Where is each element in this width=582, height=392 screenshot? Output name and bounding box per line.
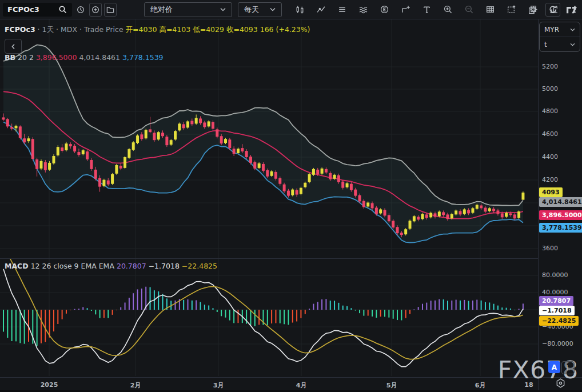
price-mode-select[interactable]: 绝对价 <box>144 2 232 17</box>
layout-layers-button[interactable] <box>334 3 349 17</box>
macd-params: 12 26 close 9 EMA EMA <box>31 262 114 270</box>
bb-basis-value: 3,896.5000 <box>36 53 77 62</box>
screenshot-button[interactable] <box>504 3 519 17</box>
bb-upper-value: 4,014.8461 <box>79 53 120 62</box>
symbol-info-row[interactable]: FCPOc3 · 1天 · MDX · Trade Price 开=4030 高… <box>5 25 310 35</box>
gear-icon <box>529 5 539 14</box>
time-axis-label: 4月 <box>296 381 307 390</box>
history-clock-button[interactable] <box>74 3 87 17</box>
symbol-name: FCPOc3 <box>5 25 35 34</box>
time-axis-label: 2月 <box>130 381 141 390</box>
chevron-down-icon <box>270 7 276 11</box>
macd-line-value: −1.7018 <box>149 262 180 270</box>
bb-lower-value: 3,778.1539 <box>122 53 164 62</box>
ohlc-open: 开=4030 <box>126 25 157 34</box>
interval-select[interactable]: 每天 <box>238 2 282 17</box>
undo-button[interactable] <box>545 3 560 17</box>
zoom-in-button[interactable] <box>440 3 455 17</box>
macd-name: MACD <box>5 262 29 270</box>
ohlc-high: 高=4103 <box>159 25 190 34</box>
screenshot-icon <box>507 5 516 14</box>
tradingview-logo-icon <box>565 5 579 14</box>
zoom-out-button[interactable] <box>461 3 476 17</box>
zoom-in-icon <box>443 5 453 14</box>
settings-button[interactable] <box>526 3 541 17</box>
hexagon-settings-icon <box>555 378 566 389</box>
indicators-icon <box>316 5 326 14</box>
macd-legend-row[interactable]: MACD 12 26 close 9 EMA EMA 20.7807 −1.70… <box>5 262 217 270</box>
currency-select[interactable]: MYR <box>540 22 580 37</box>
folder-icon <box>106 5 115 14</box>
macd-hist-value: 20.7807 <box>117 262 146 270</box>
economy-button[interactable] <box>377 3 392 17</box>
currency-unit-panel: MYR t <box>539 22 580 52</box>
indicators-button[interactable] <box>313 3 328 17</box>
candles-icon <box>295 5 305 14</box>
ohlc-close: 收=4093 <box>226 25 258 34</box>
chevron-down-icon <box>570 43 575 46</box>
search-icon <box>58 5 67 14</box>
zoom-out-icon <box>464 5 474 14</box>
symbol-interval: 1天 <box>42 25 54 34</box>
symbol-search-value: FCPOc3 <box>7 5 39 14</box>
clock-icon <box>76 5 85 14</box>
unit-value: t <box>544 41 547 49</box>
grid-table-icon <box>485 5 495 14</box>
unit-select[interactable]: t <box>540 37 580 51</box>
chevron-down-icon <box>570 28 575 31</box>
symbol-series: Trade Price <box>84 25 123 34</box>
undo-icon <box>548 5 558 14</box>
alert-add-icon <box>401 5 410 14</box>
circled-e-icon <box>380 5 389 14</box>
chart-style-button[interactable] <box>292 3 307 17</box>
top-toolbar: FCPOc3 绝对价 每天 <box>0 0 582 19</box>
compare-add-button[interactable] <box>89 3 102 17</box>
templates-folder-button[interactable] <box>104 3 117 17</box>
chevron-down-icon <box>220 7 226 11</box>
axis-settings-button[interactable] <box>555 378 566 389</box>
auto-scale-button[interactable]: A <box>548 361 560 373</box>
alert-add-button[interactable] <box>398 3 413 17</box>
patterns-button[interactable] <box>356 3 370 17</box>
grid-table-button[interactable] <box>483 3 497 17</box>
time-axis-label: 5月 <box>386 381 397 390</box>
bb-name: BB <box>5 53 15 62</box>
currency-value: MYR <box>544 26 559 34</box>
plus-circle-icon <box>91 5 100 14</box>
chevron-left-icon <box>11 43 15 50</box>
symbol-search[interactable]: FCPOc3 <box>3 3 72 17</box>
time-axis-label: 6月 <box>475 381 486 390</box>
macd-signal-value: −22.4825 <box>182 262 217 270</box>
text-tool-button[interactable] <box>419 3 434 17</box>
tradingview-logo[interactable] <box>565 3 580 17</box>
ohlc-change: 166 (+4.23%) <box>260 25 310 34</box>
waves-icon <box>358 5 368 14</box>
interval-value: 每天 <box>244 5 259 15</box>
tradingview-chart-app: FCPOc3 绝对价 每天 <box>0 0 582 392</box>
text-icon <box>422 5 432 14</box>
symbol-exchange: MDX <box>61 25 77 34</box>
collapse-legend-button[interactable] <box>5 39 22 54</box>
layers-icon <box>337 5 347 14</box>
time-axis-label: 2025 <box>41 381 58 389</box>
log-scale-button[interactable]: L <box>561 361 575 374</box>
price-mode-value: 绝对价 <box>150 5 173 15</box>
ohlc-low: 低=4029 <box>193 25 224 34</box>
bollinger-legend-row[interactable]: BB 20 2 3,896.5000 4,014.8461 3,778.1539 <box>5 53 164 62</box>
bb-params: 20 2 <box>18 53 34 62</box>
time-axis-label: 3月 <box>213 381 224 390</box>
toolbar-right-cluster <box>524 0 580 19</box>
